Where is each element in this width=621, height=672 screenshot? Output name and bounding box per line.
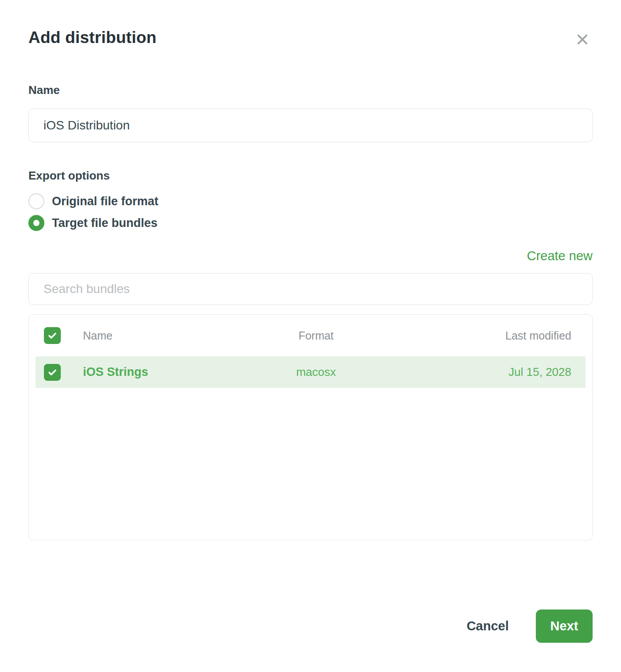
- row-format: macosx: [231, 365, 401, 379]
- name-input[interactable]: [28, 109, 593, 142]
- close-button[interactable]: [572, 29, 593, 50]
- close-icon: [574, 43, 591, 49]
- row-checkbox[interactable]: [44, 364, 61, 381]
- radio-icon: [28, 215, 44, 231]
- check-icon: [47, 367, 58, 378]
- dialog-header: Add distribution: [28, 28, 593, 50]
- name-label: Name: [28, 83, 593, 97]
- radio-original-file-format[interactable]: Original file format: [28, 193, 593, 209]
- header-last-modified: Last modified: [401, 329, 571, 342]
- dialog-footer: Cancel Next: [28, 609, 593, 643]
- radio-target-file-bundles[interactable]: Target file bundles: [28, 215, 593, 231]
- export-options-group: Original file format Target file bundles: [28, 193, 593, 231]
- row-name: iOS Strings: [61, 365, 231, 379]
- bundles-table: Name Format Last modified iOS Strings ma…: [28, 314, 593, 540]
- table-row[interactable]: iOS Strings macosx Jul 15, 2028: [35, 356, 586, 388]
- create-new-link[interactable]: Create new: [527, 249, 593, 263]
- radio-label: Original file format: [52, 195, 158, 208]
- check-icon: [47, 330, 58, 341]
- next-button[interactable]: Next: [536, 609, 593, 643]
- cancel-button[interactable]: Cancel: [465, 615, 511, 637]
- create-new-row: Create new: [28, 249, 593, 263]
- export-options-heading: Export options: [28, 169, 593, 183]
- radio-icon: [28, 193, 44, 209]
- header-format: Format: [231, 329, 401, 342]
- search-bundles-input[interactable]: [28, 273, 593, 305]
- radio-label: Target file bundles: [52, 216, 157, 230]
- header-name: Name: [61, 329, 231, 342]
- select-all-checkbox[interactable]: [44, 327, 61, 344]
- table-header-row: Name Format Last modified: [29, 315, 592, 356]
- row-last-modified: Jul 15, 2028: [401, 365, 571, 379]
- add-distribution-dialog: Add distribution Name Export options Ori…: [0, 0, 621, 672]
- dialog-title: Add distribution: [28, 28, 157, 47]
